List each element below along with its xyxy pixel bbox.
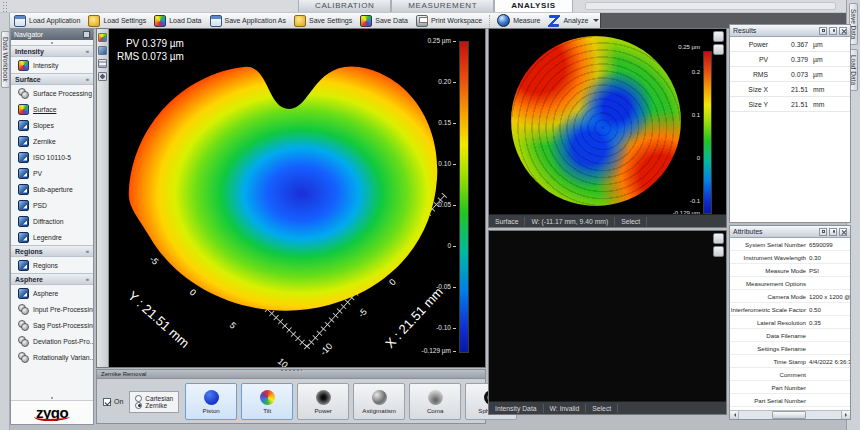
toolbar-button[interactable]: Load Data — [150, 14, 205, 28]
zernike-on-checkbox[interactable]: On — [103, 398, 123, 406]
zernike-term-button[interactable]: Astigmatism — [353, 383, 405, 420]
scroll-right-arrow[interactable] — [841, 411, 850, 419]
tab-calibration[interactable]: CALIBRATION — [298, 0, 391, 12]
grid-view-icon[interactable] — [98, 59, 107, 68]
navigator-item[interactable]: Rotationally Varian... — [11, 349, 93, 365]
map-palette-button[interactable] — [713, 31, 724, 42]
navigator-item[interactable]: Sub-aperture — [11, 181, 93, 197]
colorbar-tick: 0.20 — [406, 78, 456, 85]
toolbar-button-icon — [360, 15, 372, 27]
scrollbar-track[interactable] — [739, 411, 841, 419]
navigator-item[interactable]: ISO 10110-5 — [11, 149, 93, 165]
attribute-row: Instrument Wavelength 0.30 — [730, 251, 850, 264]
zernike-term-icon — [372, 390, 387, 405]
chevron-up-icon: « — [86, 46, 89, 56]
surface-3d-canvas[interactable]: -5 0 5 10 -10 -5 0 Y : 21.51 mm X : 21.5… — [109, 29, 447, 367]
status-mode: Select — [615, 217, 647, 226]
navigator-item[interactable]: Slopes — [11, 117, 93, 133]
navigator-item[interactable]: Legendre — [11, 229, 93, 245]
zygo-logo: zygo — [36, 404, 68, 421]
surface-2d-map[interactable] — [511, 36, 681, 206]
attribute-row: Settings Filename — [730, 342, 850, 355]
navigator-item[interactable]: Sag Post-Processing — [11, 317, 93, 333]
options-icon[interactable] — [98, 72, 107, 81]
mode-radio[interactable]: Cartesian — [135, 395, 173, 402]
intensity-data-panel[interactable]: Intensity Data W: Invalid Select — [488, 230, 727, 415]
navigator-item[interactable]: Surface — [11, 101, 93, 117]
toolbar-button[interactable]: Load Settings — [84, 14, 150, 28]
panel-grip[interactable] — [280, 368, 302, 372]
attribute-row: Data Filename — [730, 329, 850, 342]
radio-icon[interactable] — [135, 402, 142, 409]
surface-3d-plot[interactable]: PV 0.379 µm RMS 0.073 µm — [96, 28, 486, 368]
status-view-name: Intensity Data — [489, 404, 544, 413]
pin-icon[interactable] — [829, 228, 837, 236]
navigator-item[interactable]: Surface Processing — [11, 85, 93, 101]
svg-text:5: 5 — [228, 320, 238, 331]
toolbar-grip[interactable] — [2, 1, 8, 12]
zernike-term-button[interactable]: Power — [297, 383, 349, 420]
intensity-palette-button[interactable] — [713, 233, 724, 244]
section-asphere[interactable]: Asphere« — [11, 273, 93, 285]
measure-button[interactable]: Measure — [493, 14, 544, 28]
checkbox-icon[interactable] — [103, 398, 111, 406]
item-icon — [18, 232, 29, 243]
surface-2d-colorbar[interactable] — [703, 51, 712, 214]
navigator-item[interactable]: Zernike — [11, 133, 93, 149]
mode-radio[interactable]: Zernike — [135, 402, 173, 409]
toolbar-button[interactable]: Save Data — [356, 14, 412, 28]
tab-measurement[interactable]: MEASUREMENT — [391, 0, 494, 12]
section-regions[interactable]: Regions« — [11, 245, 93, 257]
zernike-term-icon — [204, 390, 219, 405]
toolbar-button[interactable]: Save Settings — [290, 14, 356, 28]
intensity-options-button[interactable] — [713, 246, 724, 257]
restore-icon[interactable] — [819, 27, 827, 35]
toolbar-overflow-button[interactable] — [592, 14, 600, 28]
item-icon — [18, 136, 29, 147]
surface-2d-map-panel[interactable]: 0.25 µm 0.2 0.1 0 -0.1 -0.129 µm Surface… — [488, 28, 727, 228]
surface-view-icon[interactable] — [98, 33, 107, 42]
zernike-term-button[interactable]: Piston — [185, 383, 237, 420]
left-collapsed-tab[interactable]: Data Workbook — [1, 31, 10, 88]
colorbar-tick: -0.05 — [406, 283, 456, 290]
toolbar-button[interactable]: Print Workspace — [412, 14, 486, 28]
navigator-menu-icon[interactable] — [83, 31, 90, 38]
navigator-item[interactable]: PV — [11, 165, 93, 181]
navigator-item[interactable]: Intensity — [11, 57, 93, 73]
close-icon[interactable] — [839, 228, 847, 236]
x-axis-label: X : 21.51 mm — [382, 284, 446, 351]
navigator-item[interactable]: Regions — [11, 257, 93, 273]
svg-text:0: 0 — [188, 287, 198, 298]
zernike-term-button[interactable]: Tilt — [241, 383, 293, 420]
navigator-item[interactable]: Deviation Post-Pro... — [11, 333, 93, 349]
scrollbar-thumb[interactable] — [772, 411, 807, 419]
toolbar-button[interactable]: Load Application — [10, 14, 84, 28]
intensity-status-bar: Intensity Data W: Invalid Select — [489, 401, 726, 414]
data-view-icon[interactable] — [98, 46, 107, 55]
horizontal-scrollbar[interactable] — [730, 410, 850, 419]
item-icon — [18, 120, 29, 131]
close-icon[interactable] — [839, 27, 847, 35]
section-surface[interactable]: Surface« — [11, 73, 93, 85]
tab-analysis[interactable]: ANALYSIS — [494, 0, 573, 12]
navigator-item[interactable]: Input Pre-Processing — [11, 301, 93, 317]
results-panel: Results Power 0.367 µm PV 0.379 µm — [729, 24, 851, 223]
zernike-term-button[interactable]: Coma — [409, 383, 461, 420]
item-icon — [18, 336, 29, 347]
surface-3d-colorbar[interactable] — [459, 41, 469, 353]
navigator-item[interactable]: PSD — [11, 197, 93, 213]
radio-icon[interactable] — [135, 395, 142, 402]
navigator-item[interactable]: Asphere — [11, 285, 93, 301]
zernike-term-icon — [260, 390, 275, 405]
analyze-button[interactable]: Analyze — [544, 14, 592, 28]
toolbar-separator — [489, 15, 490, 27]
attribute-row: Time Stamp 4/4/2022 6:36:37 AM — [730, 355, 850, 368]
map-options-button[interactable] — [713, 44, 724, 55]
restore-icon[interactable] — [819, 228, 827, 236]
result-row: PV 0.379 µm — [730, 52, 850, 67]
navigator-item[interactable]: Diffraction — [11, 213, 93, 229]
section-intensity[interactable]: Intensity« — [11, 45, 93, 57]
toolbar-button[interactable]: Save Application As — [206, 14, 291, 28]
pin-icon[interactable] — [829, 27, 837, 35]
scroll-left-arrow[interactable] — [730, 411, 739, 419]
